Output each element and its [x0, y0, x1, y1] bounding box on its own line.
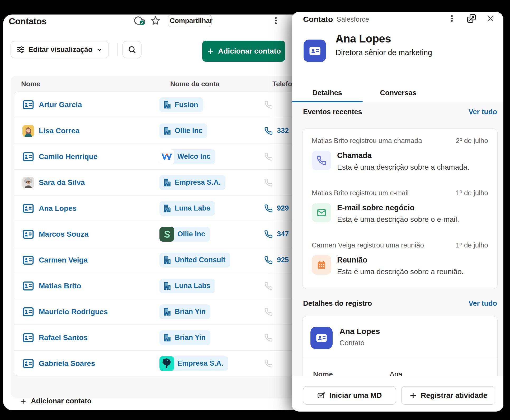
- building-icon: [163, 126, 172, 135]
- table-row[interactable]: Rafael Santos Brian Yin: [14, 324, 295, 350]
- phone-number-link[interactable]: 925: [277, 256, 289, 264]
- recent-events-see-all-link[interactable]: Ver tudo: [469, 108, 497, 116]
- table-row[interactable]: Gabriela Soares Empresa S.A.: [14, 350, 295, 376]
- ollie-logo-icon: [159, 227, 174, 242]
- share-button[interactable]: Compartilhar: [168, 15, 212, 27]
- contact-name-link[interactable]: Camilo Henrique: [39, 152, 97, 161]
- table-row[interactable]: Marcos Souza Ollie Inc: [14, 221, 295, 247]
- account-pill[interactable]: Empresa S.A.: [159, 356, 228, 371]
- table-row[interactable]: Ana Lopes Luna Labs 929: [14, 195, 295, 221]
- phone-icon: [264, 282, 273, 290]
- calendar-icon: [312, 255, 331, 275]
- table-row[interactable]: Camilo Henrique: [14, 144, 295, 169]
- table-row[interactable]: Matias Brito Luna Labs: [14, 273, 295, 299]
- contact-card-icon: [22, 228, 34, 240]
- record-details-heading: Detalhes do registro: [303, 299, 372, 308]
- edit-view-label: Editar visualização: [28, 46, 92, 54]
- table-row[interactable]: Sara da Silva Empresa S.A.: [14, 169, 295, 195]
- event-title: Chamada: [337, 151, 469, 160]
- contact-name-link[interactable]: Ana Lopes: [39, 204, 77, 213]
- account-pill[interactable]: Fusion: [159, 97, 203, 112]
- table-row[interactable]: Carmen Veiga United Consult 925: [14, 247, 295, 273]
- event-header: Carmen Veiga registrou uma reunião: [312, 241, 424, 249]
- account-pill[interactable]: Luna Labs: [159, 279, 215, 293]
- log-activity-button[interactable]: Registrar atividade: [401, 386, 495, 405]
- edit-view-button[interactable]: Editar visualização: [11, 41, 109, 58]
- open-in-new-window-button[interactable]: [466, 13, 477, 24]
- close-icon: [486, 14, 495, 23]
- account-pill[interactable]: Brian Yin: [159, 304, 210, 319]
- toolbar-divider: [117, 43, 118, 56]
- contact-name-link[interactable]: Matias Brito: [39, 282, 81, 290]
- contact-card-icon: [22, 306, 34, 318]
- chevron-down-icon: [96, 46, 103, 53]
- contact-card-icon: [22, 358, 34, 369]
- event-item[interactable]: Matias Brito registrou um e-mail 1º de j…: [312, 189, 488, 224]
- phone-icon: [264, 359, 273, 368]
- contacts-table: Nome Nome da conta Telefone Artur Garcia…: [11, 76, 298, 398]
- account-name: Fusion: [175, 101, 198, 109]
- contact-card-icon: [22, 254, 34, 266]
- add-contact-button[interactable]: Adicionar contato: [202, 41, 285, 62]
- phone-number-link[interactable]: 929: [277, 204, 289, 212]
- contact-name-link[interactable]: Sara da Silva: [39, 178, 85, 187]
- close-panel-button[interactable]: [485, 13, 496, 24]
- search-button[interactable]: [122, 41, 141, 58]
- account-pill[interactable]: United Consult: [159, 253, 230, 268]
- contact-name-link[interactable]: Rafael Santos: [39, 333, 88, 342]
- account-pill[interactable]: Ollie Inc: [159, 227, 210, 242]
- footer-add-contact-button[interactable]: Adicionar contato: [11, 390, 298, 410]
- phone-icon: [264, 204, 273, 213]
- event-item[interactable]: Matias Brito registrou uma chamada 2º de…: [312, 137, 488, 171]
- tab-conversations[interactable]: Conversas: [363, 84, 434, 102]
- phone-icon: [264, 308, 273, 316]
- contact-card-badge-icon: [310, 327, 333, 349]
- more-options-button[interactable]: [270, 15, 281, 26]
- email-icon: [312, 203, 331, 222]
- account-pill[interactable]: Ollie Inc: [159, 123, 207, 138]
- account-name: Luna Labs: [175, 204, 210, 212]
- table-row[interactable]: Lisa Correa Ollie Inc 332: [14, 118, 295, 144]
- panel-source-label: Salesforce: [337, 15, 369, 23]
- account-pill[interactable]: Brian Yin: [159, 330, 210, 345]
- event-date: 1º de julho: [456, 189, 488, 197]
- divider: [303, 358, 497, 358]
- account-name: Empresa S.A.: [175, 178, 221, 187]
- panel-more-options-button[interactable]: [446, 13, 457, 24]
- start-dm-button[interactable]: Iniciar uma MD: [303, 386, 396, 405]
- account-pill[interactable]: Welco Inc: [159, 149, 215, 164]
- contact-card-badge-icon: [304, 40, 326, 62]
- contact-name-link[interactable]: Carmen Veiga: [39, 256, 88, 264]
- event-header: Matias Brito registrou um e-mail: [312, 189, 409, 197]
- contact-role: Diretora sênior de marketing: [336, 48, 432, 57]
- tab-details[interactable]: Detalhes: [292, 84, 363, 102]
- account-name: United Consult: [175, 256, 225, 264]
- phone-number-link[interactable]: 347: [277, 230, 289, 238]
- record-details-see-all-link[interactable]: Ver tudo: [469, 299, 497, 308]
- event-item[interactable]: Carmen Veiga registrou uma reunião 1º de…: [312, 241, 488, 276]
- recent-events-card: Matias Brito registrou uma chamada 2º de…: [302, 128, 498, 289]
- building-icon: [163, 204, 172, 213]
- column-header-name: Nome: [21, 80, 40, 88]
- contact-card-icon: [22, 99, 34, 111]
- phone-number-link[interactable]: 332: [277, 127, 289, 135]
- record-type: Contato: [339, 339, 365, 347]
- plus-icon: [206, 47, 214, 55]
- account-pill[interactable]: Empresa S.A.: [159, 175, 225, 190]
- phone-icon: [264, 152, 273, 161]
- contact-name-link[interactable]: Lisa Correa: [39, 127, 79, 135]
- table-row[interactable]: Artur Garcia Fusion: [14, 92, 295, 118]
- contact-name-link[interactable]: Maurício Rodrigues: [39, 308, 108, 316]
- table-row[interactable]: Maurício Rodrigues Brian Yin: [14, 299, 295, 324]
- star-button[interactable]: [150, 15, 161, 26]
- account-name: Luna Labs: [175, 282, 210, 290]
- building-icon: [163, 333, 172, 342]
- phone-icon: [264, 256, 273, 264]
- panel-footer: Iniciar uma MD Registrar atividade: [292, 376, 503, 412]
- column-header-account: Nome da conta: [170, 80, 219, 88]
- phone-icon: [264, 333, 273, 342]
- contact-name-link[interactable]: Marcos Souza: [39, 230, 88, 238]
- contact-name-link[interactable]: Artur Garcia: [39, 101, 82, 109]
- contact-name-link[interactable]: Gabriela Soares: [39, 359, 95, 368]
- account-pill[interactable]: Luna Labs: [159, 201, 215, 216]
